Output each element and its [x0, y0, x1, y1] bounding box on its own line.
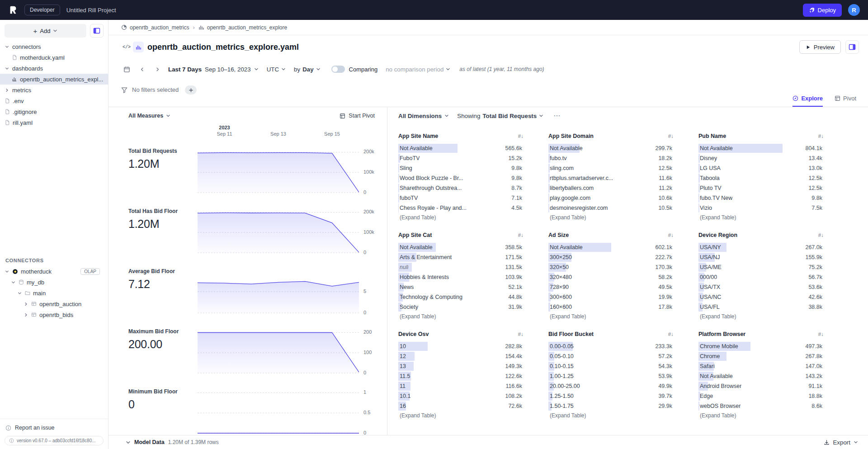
panel-toggle-button[interactable] [845, 40, 859, 54]
measure-big-number[interactable]: 200.00 [128, 338, 198, 351]
leaderboard-row[interactable]: 20.00-25.0049.9k [548, 381, 674, 391]
leaderboard-row[interactable]: Edge18.8k [698, 391, 824, 401]
leaderboard-row[interactable]: Pluto TV12.5k [698, 183, 824, 193]
add-filter-button[interactable] [185, 85, 197, 95]
leaderboard-title[interactable]: Platform Browser [698, 331, 745, 337]
time-range-dropdown[interactable]: Last 7 Days Sep 10–16, 2023 [168, 66, 259, 73]
sidebar-item-env[interactable]: .env [0, 95, 108, 106]
leaderboard-row[interactable]: play.google.com10.6k [548, 193, 674, 203]
leaderboard-row[interactable]: webOS Browser8.6k [698, 401, 824, 411]
code-view-button[interactable]: </> [121, 42, 132, 52]
leaderboard-row[interactable]: 0.10-0.1554.3k [548, 361, 674, 371]
showing-measure-dropdown[interactable]: Showing Total Bid Requests [457, 113, 543, 119]
sort-indicator[interactable]: #↓ [668, 331, 674, 337]
sort-indicator[interactable]: #↓ [518, 331, 524, 337]
leaderboard-row[interactable]: USA/NY267.0k [698, 242, 824, 252]
sparkline-chart[interactable] [198, 150, 359, 193]
connector-item-my-db[interactable]: my_db [0, 277, 108, 288]
report-issue-button[interactable]: Report an issue [5, 423, 104, 433]
time-grain-dropdown[interactable]: by Day [294, 66, 321, 73]
expand-table-button[interactable]: (Expand Table) [698, 313, 824, 320]
leaderboard-row[interactable]: 728×9049.5k [548, 282, 674, 292]
rill-logo[interactable] [8, 5, 18, 15]
all-dimensions-dropdown[interactable]: All Dimensions [398, 113, 449, 119]
leaderboard-row[interactable]: 0.05-0.1057.2k [548, 351, 674, 361]
visual-view-button[interactable] [133, 42, 144, 52]
preview-button[interactable]: Preview [799, 40, 841, 54]
sidebar-item-metrics[interactable]: metrics [0, 85, 108, 95]
leaderboard-row[interactable]: FuboTV15.2k [398, 153, 524, 163]
leaderboard-row[interactable]: 13149.3k [398, 361, 524, 371]
sort-indicator[interactable]: #↓ [818, 133, 824, 139]
leaderboard-row[interactable]: USA/FL38.8k [698, 302, 824, 312]
next-period-button[interactable] [152, 64, 163, 75]
chevron-down-icon[interactable] [17, 291, 22, 296]
all-measures-dropdown[interactable]: All Measures [128, 113, 170, 119]
sparkline-chart[interactable] [198, 330, 359, 373]
leaderboard-row[interactable]: desmoinesregister.com10.5k [548, 203, 674, 213]
chevron-right-icon[interactable] [24, 302, 28, 307]
expand-table-button[interactable]: (Expand Table) [698, 412, 824, 419]
comparison-period-dropdown[interactable]: no comparison period [386, 66, 450, 73]
chevron-right-icon[interactable] [24, 312, 28, 317]
expand-table-button[interactable]: (Expand Table) [698, 214, 824, 221]
leaderboard-row[interactable]: 11.5122.6k [398, 371, 524, 381]
tab-explore[interactable]: Explore [793, 95, 823, 107]
sidebar-item-dashboards[interactable]: dashboards [0, 63, 108, 74]
leaderboard-title[interactable]: Bid Floor Bucket [548, 331, 594, 337]
expand-table-button[interactable]: (Expand Table) [398, 214, 524, 221]
sort-indicator[interactable]: #↓ [668, 232, 674, 238]
leaderboard-row[interactable]: Chess Royale - Play and...4.5k [398, 203, 524, 213]
leaderboard-row[interactable]: 160×60017.8k [548, 302, 674, 312]
leaderboard-row[interactable]: 10.1108.2k [398, 391, 524, 401]
sidebar-item-motherduck-yaml[interactable]: motherduck.yaml [0, 52, 108, 63]
connector-item-motherduck[interactable]: motherduckOLAP [0, 266, 108, 277]
leaderboard-row[interactable]: Not Available804.1k [698, 143, 824, 153]
leaderboard-row[interactable]: Android Browser91.1k [698, 381, 824, 391]
breadcrumb-explore[interactable]: openrtb_auction_metrics_explore [198, 24, 287, 31]
tab-pivot[interactable]: Pivot [835, 95, 856, 107]
leaderboard-row[interactable]: Safari147.0k [698, 361, 824, 371]
sort-indicator[interactable]: #↓ [518, 133, 524, 139]
leaderboard-row[interactable]: fubo.tv18.2k [548, 153, 674, 163]
leaderboard-row[interactable]: Technology & Computing44.8k [398, 292, 524, 302]
chevron-down-icon[interactable] [126, 440, 131, 445]
leaderboard-title[interactable]: Device Osv [398, 331, 429, 337]
measure-name[interactable]: Minimum Bid Floor [128, 388, 198, 395]
leaderboard-row[interactable]: fubo.TV New9.8k [698, 193, 824, 203]
expand-table-button[interactable]: (Expand Table) [548, 412, 674, 419]
sidebar-item-rill-yaml[interactable]: rill.yaml [0, 117, 108, 128]
leaderboard-row[interactable]: 1.00-1.2553.9k [548, 371, 674, 381]
sort-indicator[interactable]: #↓ [818, 232, 824, 238]
sidebar-item-gitignore[interactable]: .gitignore [0, 106, 108, 117]
leaderboard-row[interactable]: libertyballers.com11.2k [548, 183, 674, 193]
add-button[interactable]: + Add [5, 24, 86, 38]
expand-table-button[interactable]: (Expand Table) [398, 412, 524, 419]
leaderboard-row[interactable]: 300×250222.7k [548, 252, 674, 262]
calendar-button[interactable] [121, 64, 132, 75]
leaderboard-row[interactable]: 12154.4k [398, 351, 524, 361]
leaderboard-row[interactable]: Not Available143.2k [698, 371, 824, 381]
leaderboard-row[interactable]: Chrome Mobile497.3k [698, 341, 824, 351]
leaderboard-row[interactable]: Chrome267.8k [698, 351, 824, 361]
leaderboard-row[interactable]: LG USA13.0k [698, 163, 824, 173]
leaderboard-row[interactable]: 1.25-1.5039.7k [548, 391, 674, 401]
deploy-button[interactable]: Deploy [803, 4, 842, 17]
leaderboard-row[interactable]: Sling9.8k [398, 163, 524, 173]
leaderboard-row[interactable]: sling.com12.5k [548, 163, 674, 173]
timezone-dropdown[interactable]: UTC [267, 66, 286, 73]
measure-big-number[interactable]: 1.20M [128, 217, 198, 231]
breadcrumb-metrics[interactable]: openrtb_auction_metrics [121, 24, 189, 31]
leaderboard-row[interactable]: Not Available565.6k [398, 143, 524, 153]
leaderboard-row[interactable]: 1.50-1.7529.9k [548, 401, 674, 411]
measure-name[interactable]: Total Has Bid Floor [128, 208, 198, 214]
more-options-button[interactable]: ⋯ [552, 112, 563, 120]
leaderboard-row[interactable]: 0.00-0.05233.3k [548, 341, 674, 351]
leaderboard-row[interactable]: 1672.6k [398, 401, 524, 411]
leaderboard-row[interactable]: USA/TX53.6k [698, 282, 824, 292]
measure-name[interactable]: Average Bid Floor [128, 268, 198, 274]
sort-indicator[interactable]: #↓ [518, 232, 524, 238]
leaderboard-title[interactable]: App Site Cat [398, 232, 432, 238]
sort-indicator[interactable]: #↓ [668, 133, 674, 139]
leaderboard-row[interactable]: Arts & Entertainment171.5k [398, 252, 524, 262]
